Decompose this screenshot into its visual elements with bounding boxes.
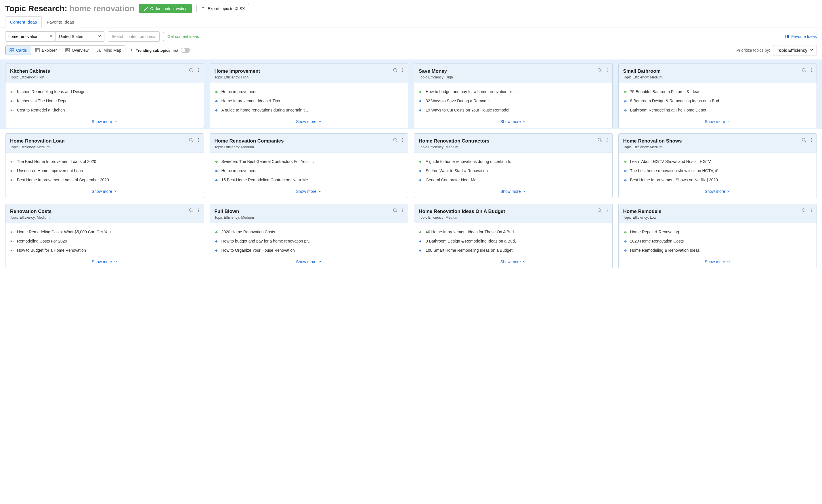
- card-more-icon[interactable]: [400, 138, 405, 143]
- order-content-button[interactable]: Order content writing: [139, 4, 192, 13]
- card-item[interactable]: Sweeten: The Best General Contractors Fo…: [215, 157, 404, 166]
- card-item[interactable]: 8 Bathroom Design & Remodeling Ideas on …: [623, 96, 812, 105]
- card-item[interactable]: Home improvement: [215, 87, 404, 96]
- trending-switch[interactable]: [180, 48, 190, 53]
- card-item[interactable]: Best Home Improvement Shows on Netflix |…: [623, 175, 812, 184]
- favorite-ideas-link[interactable]: Favorite Ideas: [785, 34, 817, 39]
- show-more-button[interactable]: Show more: [210, 257, 408, 268]
- card-item[interactable]: The Best Home Improvement Loans of 2020: [10, 157, 199, 166]
- card-more-icon[interactable]: [196, 68, 201, 73]
- card-item[interactable]: 2020 Home Renovation Costs: [623, 236, 812, 246]
- card-item[interactable]: Unsecured Home Improvement Loan: [10, 166, 199, 175]
- card-search-icon[interactable]: [802, 68, 806, 73]
- card-item[interactable]: 8 Bathroom Design & Remodeling Ideas on …: [419, 236, 608, 246]
- show-more-button[interactable]: Show more: [414, 186, 612, 198]
- clear-icon[interactable]: [49, 34, 53, 39]
- show-more-button[interactable]: Show more: [5, 257, 203, 268]
- card-item[interactable]: So You Want to Start a Renovation: [419, 166, 608, 175]
- show-more-button[interactable]: Show more: [5, 186, 203, 198]
- card-item[interactable]: How to budget and pay for a home renovat…: [419, 87, 608, 96]
- get-content-ideas-button[interactable]: Get content ideas: [163, 32, 203, 41]
- card-efficiency-label: Topic Efficiency:: [419, 145, 445, 149]
- card-item[interactable]: Remodeling Costs For 2020: [10, 236, 199, 246]
- card-item[interactable]: 40 Home Improvement Ideas for Those On A…: [419, 227, 608, 236]
- show-more-button[interactable]: Show more: [414, 116, 612, 128]
- show-more-button[interactable]: Show more: [5, 116, 203, 128]
- card-item[interactable]: Home Remodeling & Renovation Ideas: [623, 246, 812, 255]
- card-more-icon[interactable]: [196, 138, 201, 143]
- show-more-button[interactable]: Show more: [619, 257, 817, 268]
- card-item[interactable]: 2020 Home Renovation Costs: [215, 227, 404, 236]
- show-more-button[interactable]: Show more: [414, 257, 612, 268]
- card-item-text: Learn About HGTV Shows and Hosts | HGTV: [630, 159, 812, 164]
- card-more-icon[interactable]: [809, 208, 814, 213]
- card-search-icon[interactable]: [393, 68, 397, 73]
- card-item[interactable]: 75 Beautiful Bathroom Pictures & Ideas: [623, 87, 812, 96]
- view-explorer-label: Explorer: [42, 48, 57, 53]
- view-explorer[interactable]: Explorer: [31, 46, 61, 55]
- card-search-icon[interactable]: [393, 138, 397, 143]
- view-overview[interactable]: Overview: [61, 46, 93, 55]
- show-more-button[interactable]: Show more: [210, 116, 408, 128]
- card-item[interactable]: Kitchens at The Home Depot: [10, 96, 199, 105]
- card-search-icon[interactable]: [393, 208, 397, 213]
- card-search-icon[interactable]: [802, 208, 806, 213]
- card-item[interactable]: 15 Best Home Remodeling Contractors Near…: [215, 175, 404, 184]
- card-item[interactable]: A guide to home renovations during uncer…: [419, 157, 608, 166]
- topic-input[interactable]: [5, 31, 55, 42]
- card-more-icon[interactable]: [605, 68, 609, 73]
- show-more-button[interactable]: Show more: [210, 186, 408, 198]
- card-item[interactable]: Kitchen Remodeling Ideas and Designs: [10, 87, 199, 96]
- card-title: Home Remodels: [623, 209, 812, 214]
- tab-content-ideas[interactable]: Content Ideas: [5, 16, 42, 28]
- card-item[interactable]: A guide to home renovations during uncer…: [215, 105, 404, 115]
- view-mindmap[interactable]: Mind Map: [93, 46, 125, 55]
- card-search-icon[interactable]: [597, 208, 602, 213]
- card-item[interactable]: 32 Ways to Save During a Remodel: [419, 96, 608, 105]
- card-item[interactable]: The best home renovation show isn't on H…: [623, 166, 812, 175]
- table-icon: [35, 48, 40, 53]
- card-more-icon[interactable]: [605, 208, 609, 213]
- show-more-button[interactable]: Show more: [619, 116, 817, 128]
- card-item[interactable]: Best Home Improvement Loans of September…: [10, 175, 199, 184]
- card-more-icon[interactable]: [196, 208, 201, 213]
- card-item[interactable]: Home Improvement Ideas & Tips: [215, 96, 404, 105]
- card-item[interactable]: Bathroom Remodeling at The Home Depot: [623, 105, 812, 115]
- card-more-icon[interactable]: [400, 68, 405, 73]
- card-search-icon[interactable]: [597, 138, 602, 143]
- card-more-icon[interactable]: [400, 208, 405, 213]
- export-xlsx-button[interactable]: Export topic to XLSX: [196, 4, 249, 13]
- card-item-text: Best Home Improvement Shows on Netflix |…: [630, 178, 812, 182]
- show-more-button[interactable]: Show more: [619, 186, 817, 198]
- card-more-icon[interactable]: [809, 138, 814, 143]
- card-item[interactable]: Home Remodeling Costs: What $5,000 Can G…: [10, 227, 199, 236]
- card-item[interactable]: How to Organize Your House Renovation: [215, 246, 404, 255]
- card-item[interactable]: Home improvement: [215, 166, 404, 175]
- tab-favorite-ideas[interactable]: Favorite Ideas: [42, 16, 79, 28]
- card-item[interactable]: General Contractor Near Me: [419, 175, 608, 184]
- card-item[interactable]: Home Repair & Renovating: [623, 227, 812, 236]
- card-more-icon[interactable]: [809, 68, 814, 73]
- domain-search-input[interactable]: [108, 31, 159, 42]
- card-search-icon[interactable]: [597, 68, 602, 73]
- view-cards[interactable]: Cards: [5, 46, 31, 55]
- card-search-icon[interactable]: [189, 138, 193, 143]
- megaphone-icon: [623, 99, 627, 103]
- prioritize-select[interactable]: Topic Efficiency: [773, 45, 817, 55]
- country-select[interactable]: United States: [55, 31, 104, 42]
- card-search-icon[interactable]: [189, 68, 193, 73]
- card-item[interactable]: 19 Ways to Cut Costs on Your House Remod…: [419, 105, 608, 115]
- card-efficiency-label: Topic Efficiency:: [215, 216, 241, 220]
- card-item[interactable]: How to budget and pay for a home renovat…: [215, 236, 404, 246]
- card-item[interactable]: How to Budget for a Home Renovation: [10, 246, 199, 255]
- megaphone-icon: [10, 249, 14, 253]
- card-item[interactable]: Cost to Remodel a Kitchen: [10, 105, 199, 115]
- card-item-text: 2020 Home Renovation Costs: [222, 230, 404, 234]
- megaphone-icon: [215, 239, 219, 243]
- card-more-icon[interactable]: [605, 138, 609, 143]
- card-search-icon[interactable]: [802, 138, 806, 143]
- card-item[interactable]: 100 Smart Home Remodeling Ideas on a Bud…: [419, 246, 608, 255]
- card-title: Home Renovation Contractors: [419, 138, 608, 144]
- card-item[interactable]: Learn About HGTV Shows and Hosts | HGTV: [623, 157, 812, 166]
- card-search-icon[interactable]: [189, 208, 193, 213]
